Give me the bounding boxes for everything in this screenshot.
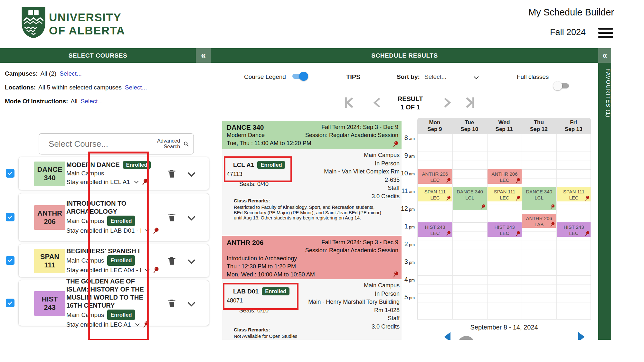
expand-course-button[interactable] — [186, 256, 197, 268]
pin-icon — [152, 227, 159, 234]
course-checkbox[interactable] — [6, 213, 14, 221]
class-info-line: 2-635 — [324, 176, 400, 184]
course-checkbox[interactable] — [6, 256, 14, 265]
advanced-search-link[interactable]: Advanced Search — [157, 138, 180, 150]
grid-line — [418, 152, 591, 152]
class-header-line: Session: Regular Academic Session — [305, 131, 398, 139]
calendar-event-dance-340[interactable]: DANCE 340 LCL — [453, 187, 487, 210]
day-date: Sep 11 — [487, 126, 522, 133]
trash-icon — [167, 212, 177, 222]
expand-course-button[interactable] — [186, 299, 197, 311]
course-campus-row: Main CampusEnrolled — [66, 310, 154, 320]
day-name: Fri — [556, 119, 591, 126]
pin-button[interactable] — [392, 141, 399, 147]
trash-icon — [167, 169, 177, 179]
previous-week-arrow[interactable] — [444, 332, 451, 340]
course-checkbox[interactable] — [6, 169, 14, 178]
time-hour: 2 — [404, 240, 408, 247]
chevron-down-icon[interactable] — [134, 321, 140, 328]
next-week-arrow[interactable] — [577, 332, 585, 340]
calendar-event-dance-340[interactable]: DANCE 340 LCL — [522, 187, 556, 210]
previous-result-button[interactable] — [371, 95, 384, 110]
filter-select-link[interactable]: Select... — [125, 84, 147, 91]
event-course: SPAN 111 — [418, 189, 452, 195]
favourites-tab[interactable]: FAVOURITES (1) — [598, 63, 611, 340]
time-label: 4pm — [394, 276, 415, 283]
expand-course-button[interactable] — [186, 213, 197, 225]
filter-select-link[interactable]: Select... — [80, 98, 103, 105]
day-date: Sep 10 — [452, 126, 487, 133]
sort-by-label: Sort by: — [397, 73, 420, 80]
grid-column-line — [452, 134, 453, 319]
event-course: ANTHR 206 — [418, 171, 452, 177]
chevron-down-icon[interactable] — [144, 267, 150, 273]
grid-line — [418, 284, 591, 285]
delete-course-button[interactable] — [167, 298, 177, 310]
full-classes-toggle[interactable] — [553, 81, 571, 91]
delete-course-button[interactable] — [167, 212, 177, 224]
course-legend-toggle[interactable] — [291, 71, 308, 81]
stay-enrolled-dropdown[interactable]: Stay enrolled in LEC A04 - LAB — [66, 266, 141, 274]
enrolled-badge: Enrolled — [107, 216, 135, 226]
menu-hamburger-icon[interactable] — [598, 28, 613, 38]
pin-icon — [142, 321, 149, 328]
day-name: Mon — [417, 119, 452, 126]
time-hour: 11 — [401, 187, 408, 194]
course-checkbox[interactable] — [6, 299, 14, 307]
class-detail-header: ANTHR 206 Introduction to ArchaeologyThu… — [222, 236, 402, 279]
search-icon[interactable] — [183, 139, 189, 149]
time-ampm: pm — [409, 295, 415, 300]
course-search-input[interactable] — [48, 139, 157, 149]
pin-icon — [584, 231, 590, 236]
calendar-event-span-111[interactable]: SPAN 111 LEC — [418, 187, 452, 201]
time-ampm: am — [409, 172, 415, 176]
chevron-down-icon[interactable] — [144, 227, 150, 234]
expand-course-button[interactable] — [186, 169, 197, 181]
calendar-event-anthr-206[interactable]: ANTHR 206 LEC — [488, 169, 522, 184]
calendar-event-span-111[interactable]: SPAN 111 LEC — [557, 187, 591, 201]
filter-select-link[interactable]: Select... — [60, 70, 82, 77]
event-type: LCL — [453, 195, 487, 201]
calendar-event-anthr-206[interactable]: ANTHR 206 LAB — [522, 214, 556, 228]
sort-chevron-down-icon[interactable] — [473, 74, 480, 81]
calendar-event-hist-243[interactable]: HIST 243 LEC — [488, 222, 522, 237]
tips-button[interactable]: TIPS — [346, 73, 360, 81]
class-header-line: Mon, Wed : 10:00 AM to 10:50 AM — [227, 271, 315, 279]
grid-line — [418, 311, 591, 311]
check-icon — [7, 170, 13, 176]
delete-course-button[interactable] — [167, 256, 177, 267]
collapse-favourites-button[interactable]: « — [598, 48, 611, 63]
grid-line — [418, 302, 591, 302]
check-icon — [7, 257, 13, 264]
calendar-event-hist-243[interactable]: HIST 243 LEC — [418, 222, 452, 237]
grid-line — [418, 205, 591, 205]
stay-enrolled-dropdown[interactable]: Stay enrolled in LAB D01 - LEC — [66, 226, 141, 235]
last-result-button[interactable] — [463, 95, 477, 111]
class-header-right-lines: Fall Term 2024: Sep 3 - Dec 9Session: Re… — [305, 123, 398, 139]
calendar-event-anthr-206[interactable]: ANTHR 206 LEC — [418, 169, 452, 184]
filters: Campuses:All (2)Select...Locations:All 5… — [5, 70, 147, 112]
time-ampm: pm — [409, 242, 415, 247]
delete-course-button[interactable] — [167, 169, 177, 180]
stay-enrolled-dropdown[interactable]: Stay enrolled in LCL A1 — [66, 178, 130, 186]
calendar-event-hist-243[interactable]: HIST 243 LEC — [557, 222, 591, 237]
chevron-down-icon[interactable] — [133, 179, 139, 185]
course-row-dance-340: DANCE340MODERN DANCEEnrolledMain CampusS… — [3, 157, 209, 190]
sort-by-select[interactable]: Select... — [424, 73, 447, 80]
collapse-left-panel-button[interactable]: « — [196, 48, 211, 63]
time-label: 11am — [394, 187, 415, 195]
event-course: ANTHR 206 — [522, 215, 556, 221]
scroll-fab[interactable] — [458, 336, 475, 340]
next-result-button[interactable] — [440, 95, 453, 110]
stay-enrolled-dropdown[interactable]: Stay enrolled in LEC A1 — [66, 320, 131, 329]
course-subject: DANCE — [37, 165, 62, 174]
seats-count: Seats: 0/10 — [239, 307, 269, 314]
class-number: 48071 — [227, 297, 243, 304]
first-result-button[interactable] — [342, 95, 356, 111]
pin-icon — [480, 204, 486, 209]
pin-icon — [152, 266, 159, 274]
calendar-event-span-111[interactable]: SPAN 111 LEC — [488, 187, 522, 201]
day-header-tue: TueSep 10 — [452, 118, 487, 134]
course-title-row: BEGINNERS' SPANISH I — [66, 247, 159, 255]
class-remarks-label: Class Remarks: — [234, 198, 270, 203]
